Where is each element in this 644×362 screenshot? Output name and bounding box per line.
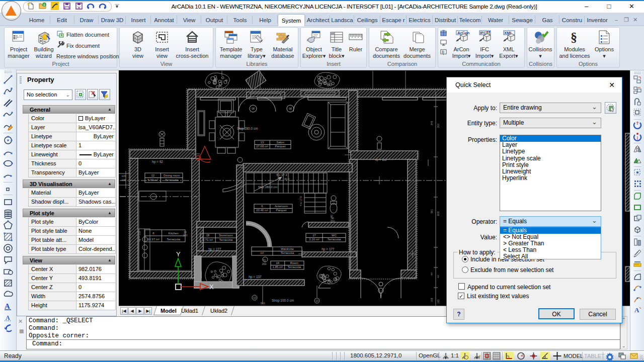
svg-text:§: § [571, 30, 577, 45]
svg-text:10: 10 [315, 299, 318, 302]
svg-text:200: 200 [331, 220, 335, 223]
svg-text:345: 345 [430, 121, 433, 125]
svg-text:Terracotta: Terracotta [328, 238, 341, 241]
svg-text:808: 808 [437, 211, 440, 216]
svg-text:Terracotta: Terracotta [167, 238, 180, 241]
svg-text:561: 561 [430, 209, 433, 213]
svg-text:Storeroom: Storeroom [219, 234, 233, 237]
svg-text:165: 165 [437, 299, 440, 304]
svg-text:Anteroom: Anteroom [275, 205, 288, 208]
svg-text:200: 200 [262, 262, 266, 265]
svg-text:300: 300 [437, 123, 440, 128]
svg-text:30.0: 30.0 [284, 177, 290, 180]
svg-text:A: A [5, 302, 10, 310]
svg-text:Parquet: Parquet [275, 145, 286, 148]
svg-text:18: 18 [206, 234, 210, 237]
svg-text:2.71 m²: 2.71 m² [203, 238, 213, 241]
svg-text:hp = 137: hp = 137 [249, 275, 262, 279]
svg-text:X: X [209, 283, 214, 291]
svg-text:44: 44 [430, 273, 433, 276]
svg-text:Parquet: Parquet [276, 209, 286, 212]
svg-text:1.85 m²: 1.85 m² [273, 265, 283, 268]
svg-text:20.46 m²: 20.46 m² [256, 209, 268, 212]
svg-text:4 x 17.5: 4 x 17.5 [299, 196, 302, 206]
svg-text:10: 10 [253, 296, 256, 299]
svg-text:Room: Room [290, 261, 298, 264]
svg-text:A: A [6, 314, 10, 321]
svg-text:08: 08 [252, 107, 255, 110]
svg-text:27.68 m²: 27.68 m² [256, 145, 268, 148]
svg-text:Terracotta: Terracotta [219, 238, 233, 241]
svg-text:hp = 177: hp = 177 [321, 247, 335, 251]
svg-text:08: 08 [289, 107, 292, 110]
svg-text:17: 17 [312, 234, 316, 237]
svg-text:200: 200 [183, 234, 187, 237]
svg-text:Kitchen: Kitchen [169, 232, 179, 235]
svg-text:Wardrobe: Wardrobe [281, 247, 294, 250]
svg-text:13: 13 [261, 141, 264, 144]
svg-text:Dining room: Dining room [164, 174, 180, 177]
svg-text:10.37 m²: 10.37 m² [147, 238, 159, 241]
svg-text:A: A [634, 306, 639, 314]
svg-text:12: 12 [151, 174, 154, 177]
svg-text:5 x 17.3: 5 x 17.3 [276, 173, 287, 176]
svg-text:Terracotta: Terracotta [288, 265, 301, 268]
svg-text:Y: Y [176, 250, 181, 258]
svg-text:Słup 280.0 cm: Słup 280.0 cm [237, 127, 258, 131]
svg-text:WC: WC [332, 234, 337, 237]
svg-text:m²: m² [261, 251, 264, 254]
svg-text:Terracotta: Terracotta [165, 178, 179, 182]
svg-text:120: 120 [121, 174, 126, 177]
svg-text:5.00 m²: 5.00 m² [148, 178, 158, 182]
svg-text:D: D [442, 50, 444, 54]
svg-text:2.20 m²: 2.20 m² [309, 238, 319, 241]
svg-text:Salon: Salon [276, 141, 284, 144]
svg-text:hp = 177: hp = 177 [208, 247, 221, 251]
svg-text:hp = 92: hp = 92 [152, 160, 163, 164]
svg-text:44: 44 [437, 275, 440, 278]
svg-text:Słup 280.0 cm: Słup 280.0 cm [258, 186, 277, 189]
svg-text:Terracotta: Terracotta [281, 251, 294, 254]
svg-text:70: 70 [263, 259, 266, 262]
svg-text:108: 108 [430, 298, 433, 302]
svg-text:130: 130 [121, 178, 126, 182]
svg-text:Strop 100.0 cm: Strop 100.0 cm [272, 299, 294, 303]
svg-text:16: 16 [276, 261, 280, 264]
svg-text:hp = 112: hp = 112 [375, 158, 387, 161]
svg-text:hp = 112: hp = 112 [138, 231, 141, 241]
